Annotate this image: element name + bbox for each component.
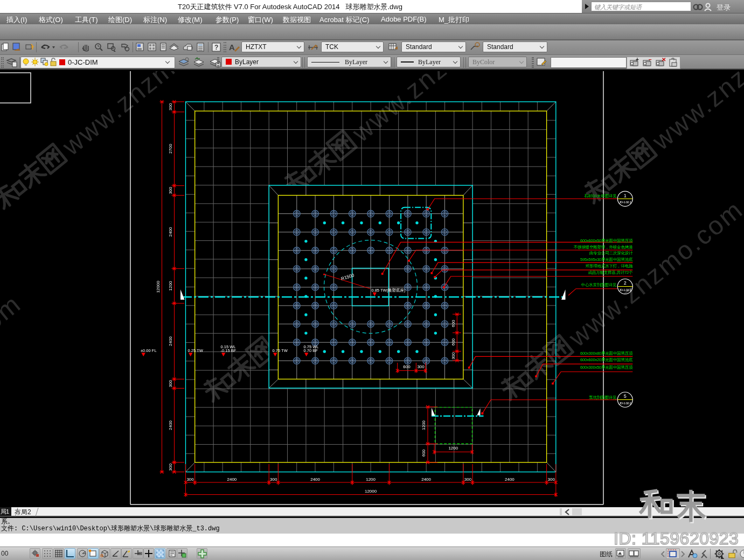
- svg-text:2400: 2400: [421, 477, 431, 482]
- svg-text:环形埋地式水下灯，详电施: 环形埋地式水下灯，详电施: [586, 264, 633, 268]
- svg-text:A: A: [229, 43, 235, 52]
- svg-text:0.70 BF: 0.70 BF: [304, 348, 318, 353]
- svg-text:1200: 1200: [448, 446, 458, 451]
- svg-text:1200: 1200: [366, 477, 376, 482]
- svg-text:12000: 12000: [365, 489, 377, 494]
- svg-text:300: 300: [451, 352, 456, 359]
- svg-text:595x595x30厚光面中国黑池底: 595x595x30厚光面中国黑池底: [580, 257, 633, 262]
- svg-text:2: 2: [624, 280, 627, 286]
- svg-text:JD-1.02.2: JD-1.02.2: [619, 402, 631, 405]
- svg-text:www.znzmo.com: www.znzmo.com: [0, 289, 26, 447]
- svg-text:±0.00 FL: ±0.00 FL: [141, 348, 157, 353]
- svg-text:2400: 2400: [168, 227, 173, 237]
- svg-text:2400: 2400: [168, 420, 173, 430]
- svg-text:-0.15 BF: -0.15 BF: [221, 348, 237, 353]
- svg-text:www.znzmo.com: www.znzmo.com: [646, 71, 744, 156]
- svg-text:www.znzmo.com: www.znzmo.com: [346, 71, 532, 148]
- svg-text:0.75 TW: 0.75 TW: [273, 348, 288, 353]
- svg-text:600x600x50厚光面中国黑压顶: 600x600x50厚光面中国黑压顶: [580, 238, 633, 243]
- svg-text:1200: 1200: [168, 281, 173, 291]
- svg-text:泵坑剖面图详见: 泵坑剖面图详见: [589, 395, 617, 400]
- svg-text:300: 300: [548, 477, 555, 482]
- svg-text:✕: ✕: [662, 58, 666, 63]
- svg-text:成品万能支撑器,共计72个: 成品万能支撑器,共计72个: [588, 270, 633, 275]
- svg-text:600: 600: [451, 320, 456, 327]
- svg-text:600: 600: [451, 338, 456, 345]
- svg-text:JD-1.02.1: JD-1.02.1: [619, 288, 631, 292]
- svg-text:由专业公司二次深化设计: 由专业公司二次深化设计: [589, 251, 633, 255]
- svg-text:300: 300: [464, 477, 472, 482]
- svg-text:石材D1大样图详见: 石材D1大样图详见: [584, 193, 617, 198]
- svg-text:300: 300: [168, 103, 173, 110]
- svg-text:JD-1.02.1: JD-1.02.1: [619, 201, 631, 204]
- svg-text:600x600x20厚光面中国黑池底: 600x600x20厚光面中国黑池底: [580, 357, 633, 362]
- svg-text:5: 5: [624, 393, 627, 399]
- svg-text:中心水景剖面图详见: 中心水景剖面图详见: [581, 282, 617, 287]
- svg-text:600x300x80厚光面中国黑压顶: 600x300x80厚光面中国黑压顶: [580, 351, 633, 356]
- svg-text:600: 600: [422, 449, 427, 457]
- svg-text:0.25 TW: 0.25 TW: [188, 348, 204, 353]
- svg-text:300: 300: [417, 364, 425, 369]
- svg-text:600: 600: [403, 364, 411, 369]
- svg-text:?: ?: [214, 44, 218, 51]
- svg-text:300: 300: [168, 380, 173, 388]
- svg-text:登录: 登录: [717, 3, 731, 11]
- svg-text:300: 300: [270, 477, 277, 482]
- svg-text:不锈钢镂空雕塑球，外喷金色烤漆: 不锈钢镂空雕塑球，外喷金色烤漆: [574, 245, 633, 250]
- svg-text:2400: 2400: [505, 477, 514, 482]
- svg-text:1: 1: [624, 193, 627, 198]
- svg-text:0.85 TW(雕塑底座): 0.85 TW(雕塑底座): [371, 288, 406, 293]
- svg-text:300: 300: [186, 477, 194, 482]
- svg-text:2400: 2400: [310, 477, 320, 482]
- svg-text:2400: 2400: [227, 477, 237, 482]
- svg-text:−: −: [649, 58, 652, 63]
- svg-text:www.znzmo.com: www.znzmo.com: [57, 71, 242, 161]
- svg-text:2700: 2700: [168, 144, 173, 154]
- svg-text:600x300x50厚光面中国黑压顶: 600x300x50厚光面中国黑压顶: [580, 365, 633, 370]
- svg-text:300: 300: [168, 186, 173, 194]
- svg-text:2400: 2400: [168, 336, 173, 346]
- svg-text:12000: 12000: [156, 281, 161, 293]
- svg-text:+: +: [636, 58, 639, 63]
- svg-text:1200: 1200: [422, 420, 427, 430]
- svg-text:300: 300: [168, 464, 173, 471]
